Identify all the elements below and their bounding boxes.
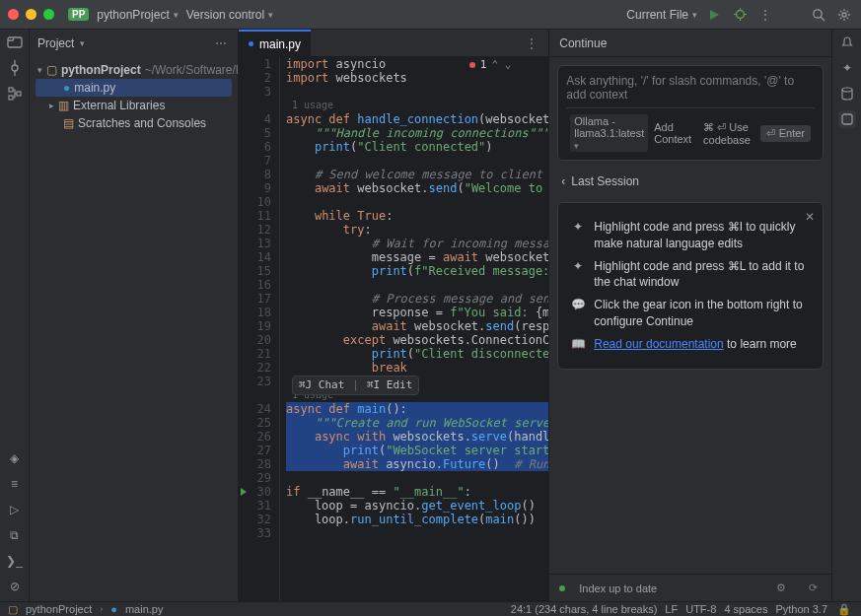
svg-point-5 [814, 9, 822, 17]
chevron-left-icon: ‹ [561, 174, 565, 188]
database-tool-icon[interactable] [838, 85, 856, 103]
project-tool-icon[interactable] [6, 34, 24, 51]
module-icon: ▢ [8, 603, 18, 616]
tab-label: main.py [259, 37, 301, 51]
book-icon: 📖 [570, 336, 586, 353]
lock-icon[interactable]: 🔒 [835, 600, 853, 616]
close-window-icon[interactable] [8, 9, 19, 20]
ai-tool-icon[interactable]: ✦ [838, 59, 856, 77]
use-codebase-toggle[interactable]: ⌘ ⏎ Use codebase [703, 121, 754, 146]
tree-root-name: pythonProject [61, 61, 141, 79]
python-file-icon [249, 41, 253, 46]
file-encoding[interactable]: UTF-8 [685, 603, 716, 615]
editor-code[interactable]: import asyncioimport websockets 1 usagea… [280, 57, 548, 601]
svg-point-7 [842, 13, 846, 17]
run-tool-icon[interactable]: ▷ [6, 501, 24, 518]
run-config-label: Current File [626, 8, 688, 22]
chevron-right-icon: › [100, 604, 103, 614]
tip-text: Click the gear icon in the bottom right … [594, 297, 811, 330]
tree-external-label: External Libraries [73, 97, 165, 114]
search-icon[interactable] [810, 6, 827, 24]
tip-text: Highlight code and press ⌘L to add it to… [594, 258, 811, 292]
index-status-icon [559, 585, 565, 591]
settings-icon[interactable] [835, 6, 853, 24]
library-icon: ▥ [58, 97, 69, 114]
chevron-down-icon[interactable]: ▾ [80, 38, 85, 48]
python-console-icon[interactable]: ⧉ [6, 526, 24, 544]
gear-icon[interactable]: ⚙ [772, 580, 790, 597]
project-badge: PP [68, 8, 89, 21]
send-button[interactable]: ⏎ Enter [760, 125, 811, 142]
tree-scratches[interactable]: ▤ Scratches and Consoles [36, 114, 232, 132]
vcs-dropdown[interactable]: Version control ▾ [186, 8, 273, 22]
code-editor[interactable]: 1 ⌃ ⌄ 123 456789101112131415161718192021… [239, 57, 548, 601]
main-split: main.py ⋮ 1 ⌃ ⌄ 123 45678910111213141516… [239, 30, 831, 601]
tree-file-main[interactable]: ● main.py [36, 79, 232, 97]
chevron-down-icon: ▾ [268, 10, 273, 20]
project-tree[interactable]: ▾ ▢ pythonProject ~/Work/Software/Playgr… [30, 57, 238, 136]
run-config-dropdown[interactable]: Current File ▾ [626, 8, 697, 22]
line-separator[interactable]: LF [665, 603, 678, 615]
add-context-button[interactable]: Add Context [654, 121, 691, 145]
continue-tool-icon[interactable] [838, 110, 856, 128]
chat-action[interactable]: ⌘J Chat [299, 378, 344, 392]
continue-panel: Continue Ask anything, '/' for slash com… [549, 30, 831, 601]
close-icon[interactable]: ✕ [805, 209, 815, 226]
debug-icon[interactable] [731, 6, 749, 24]
chat-placeholder: Ask anything, '/' for slash commands, '@… [566, 74, 815, 102]
breadcrumb-project[interactable]: pythonProject [26, 603, 92, 615]
minimize-window-icon[interactable] [26, 9, 36, 20]
structure-tool-icon[interactable] [6, 85, 24, 103]
breadcrumb-file[interactable]: main.py [125, 603, 164, 615]
cursor-position[interactable]: 24:1 (234 chars, 4 line breaks) [511, 603, 658, 615]
interpreter[interactable]: Python 3.7 [775, 603, 827, 615]
tip-text: Highlight code and press ⌘I to quickly m… [594, 219, 811, 252]
project-name-dropdown[interactable]: pythonProject ▾ [97, 8, 178, 22]
project-panel: Project ▾ ⋯ ▾ ▢ pythonProject ~/Work/Sof… [30, 30, 239, 601]
tab-main-py[interactable]: main.py [239, 30, 311, 56]
svg-point-9 [12, 65, 18, 71]
editor-gutter[interactable]: 123 4567891011121314151617181920212223 2… [239, 57, 280, 601]
commit-tool-icon[interactable] [6, 59, 24, 77]
inline-action-toolbar: ⌘J Chat | ⌘I Edit [292, 376, 419, 395]
right-tool-strip: ✦ [831, 30, 861, 601]
run-icon[interactable] [705, 6, 723, 24]
services-tool-icon[interactable]: ≡ [6, 475, 24, 493]
svg-point-0 [736, 11, 744, 19]
docs-link[interactable]: Read our documentation [594, 337, 723, 351]
svg-point-15 [842, 88, 852, 92]
continue-title: Continue [559, 36, 607, 50]
svg-rect-14 [17, 92, 21, 96]
refresh-icon[interactable]: ⟳ [804, 580, 822, 597]
chevron-down-icon: ▾ [37, 61, 42, 79]
fullscreen-window-icon[interactable] [43, 9, 54, 20]
git-tool-icon[interactable]: ◈ [6, 449, 24, 467]
indent-setting[interactable]: 4 spaces [724, 603, 767, 615]
tab-menu-icon[interactable]: ⋮ [523, 34, 540, 52]
svg-rect-8 [8, 37, 22, 47]
more-icon[interactable]: ⋯ [212, 34, 230, 52]
tree-file-label: main.py [74, 79, 115, 97]
continue-chat-input[interactable]: Ask anything, '/' for slash commands, '@… [557, 65, 824, 161]
last-session-row[interactable]: ‹ Last Session [557, 169, 824, 194]
notifications-icon[interactable] [838, 34, 856, 51]
titlebar: PP pythonProject ▾ Version control ▾ Cur… [0, 0, 861, 30]
chevron-down-icon: ▾ [692, 10, 697, 20]
svg-rect-16 [842, 114, 852, 124]
scratch-icon: ▤ [63, 114, 74, 132]
more-icon[interactable]: ⋮ [756, 6, 774, 24]
editor-tabbar: main.py ⋮ [239, 30, 548, 57]
folder-icon: ▢ [46, 61, 57, 79]
tips-card: ✕ ✦ Highlight code and press ⌘I to quick… [557, 202, 824, 370]
problems-tool-icon[interactable]: ⊘ [6, 578, 24, 595]
model-selector[interactable]: Ollama - llama3.1:latest ▾ [570, 114, 648, 152]
project-panel-title: Project [37, 36, 74, 50]
terminal-tool-icon[interactable]: ❯_ [6, 552, 24, 570]
edit-action[interactable]: ⌘I Edit [367, 378, 412, 392]
sparkle-icon: ✦ [570, 219, 586, 252]
continue-header: Continue [549, 30, 831, 57]
tree-external-libs[interactable]: ▸ ▥ External Libraries [36, 97, 232, 114]
tree-root[interactable]: ▾ ▢ pythonProject ~/Work/Software/Playgr… [36, 61, 232, 79]
tree-scratches-label: Scratches and Consoles [78, 114, 206, 132]
tree-root-path: ~/Work/Software/Playground/pythonProject [145, 61, 238, 79]
